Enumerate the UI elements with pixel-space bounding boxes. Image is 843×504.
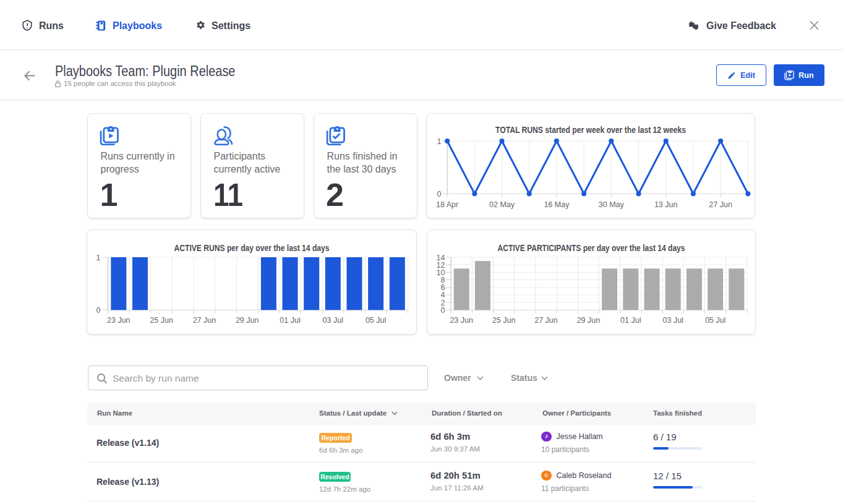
svg-text:ACTIVE RUNS per day over the l: ACTIVE RUNS per day over the last 14 day…	[174, 243, 330, 253]
svg-text:02 May: 02 May	[489, 200, 515, 209]
svg-text:1: 1	[96, 254, 101, 262]
svg-text:0: 0	[96, 306, 101, 315]
svg-text:01 Jul: 01 Jul	[280, 316, 300, 325]
svg-text:TOTAL RUNS started per week ov: TOTAL RUNS started per week over the las…	[495, 125, 686, 135]
svg-text:03 Jul: 03 Jul	[323, 316, 343, 325]
svg-text:18 Apr: 18 Apr	[436, 200, 458, 209]
svg-text:0: 0	[441, 306, 445, 315]
svg-text:23 Jun: 23 Jun	[107, 316, 131, 325]
svg-text:ACTIVE PARTICIPANTS per day ov: ACTIVE PARTICIPANTS per day over the las…	[498, 243, 685, 253]
svg-text:27 Jun: 27 Jun	[709, 200, 732, 209]
svg-text:05 Jul: 05 Jul	[705, 316, 725, 325]
svg-text:25 Jun: 25 Jun	[150, 316, 173, 325]
svg-text:05 Jul: 05 Jul	[366, 316, 386, 325]
svg-text:23 Jun: 23 Jun	[450, 316, 473, 325]
svg-text:29 Jun: 29 Jun	[236, 316, 259, 325]
svg-text:25 Jun: 25 Jun	[492, 316, 516, 325]
svg-text:13 Jun: 13 Jun	[654, 200, 678, 209]
svg-text:27 Jun: 27 Jun	[193, 316, 216, 325]
svg-text:30 May: 30 May	[599, 200, 625, 209]
svg-text:1: 1	[437, 137, 442, 146]
svg-text:03 Jul: 03 Jul	[663, 316, 683, 325]
svg-text:27 Jun: 27 Jun	[534, 316, 558, 325]
svg-text:16 May: 16 May	[544, 200, 570, 209]
svg-text:29 Jun: 29 Jun	[577, 316, 601, 325]
svg-text:01 Jul: 01 Jul	[620, 316, 641, 325]
svg-text:0: 0	[437, 190, 442, 199]
